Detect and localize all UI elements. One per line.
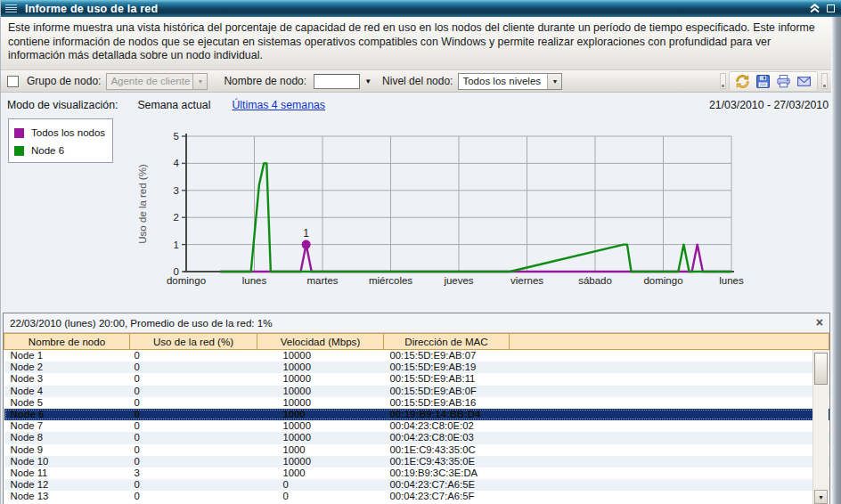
table-cell[interactable]: 0 (130, 456, 257, 467)
table-scrollbar[interactable]: ▼ (812, 350, 829, 504)
table-cell[interactable]: 00:15:5D:E9:AB:07 (384, 350, 510, 362)
table-cell[interactable]: Node 4 (4, 386, 130, 397)
table-cell[interactable]: 10000 (257, 373, 384, 385)
node-name-dropdown-icon[interactable]: ▼ (364, 77, 372, 85)
table-row[interactable]: Node 1001000000:1E:C9:43:35:0E (4, 456, 829, 467)
table-cell[interactable] (510, 432, 829, 443)
table-row[interactable]: Node 501000000:15:5D:E9:AB:16 (4, 397, 829, 409)
node-level-select[interactable]: Todos los niveles ▼ (458, 73, 562, 90)
print-icon[interactable] (776, 74, 791, 89)
table-cell[interactable]: 00:04:23:C8:0E:03 (384, 432, 510, 443)
table-cell[interactable] (510, 444, 829, 456)
toolbar-grip[interactable] (720, 73, 726, 89)
table-row[interactable]: Node 113100000:19:B9:3C:3E:DA (4, 467, 829, 479)
table-cell[interactable]: 10000 (257, 432, 384, 443)
table-cell[interactable]: 1000 (257, 467, 384, 479)
table-cell[interactable]: 0 (130, 432, 257, 443)
table-cell[interactable] (510, 420, 829, 432)
table-cell[interactable]: Node 12 (4, 479, 130, 491)
table-cell[interactable]: 1000 (257, 444, 384, 456)
table-cell[interactable]: 10000 (257, 386, 384, 397)
scroll-down-icon[interactable]: ▼ (814, 490, 828, 504)
node-name-input[interactable] (314, 74, 360, 89)
table-cell[interactable] (510, 479, 829, 491)
table-cell[interactable]: 0 (130, 397, 257, 409)
col-mac[interactable]: Dirección de MAC (384, 334, 510, 350)
table-cell[interactable]: 10000 (257, 420, 384, 432)
table-row[interactable]: Node 101000000:15:5D:E9:AB:07 (4, 350, 829, 362)
save-icon[interactable] (755, 74, 771, 89)
table-cell[interactable]: Node 11 (4, 467, 130, 479)
table-row[interactable]: Node 201000000:15:5D:E9:AB:19 (4, 362, 829, 373)
col-node-name[interactable]: Nombre de nodo (4, 334, 130, 350)
table-cell[interactable]: 00:19:B9:3C:3E:DA (384, 467, 510, 479)
table-cell[interactable] (510, 467, 829, 479)
table-cell[interactable]: 0 (130, 373, 257, 385)
table-cell[interactable]: 00:15:5D:E9:AB:19 (384, 362, 510, 373)
table-cell[interactable]: 10000 (257, 350, 384, 362)
table-cell[interactable] (510, 491, 829, 502)
table-cell[interactable] (510, 397, 829, 409)
email-icon[interactable] (796, 74, 812, 89)
table-row[interactable]: Node 301000000:15:5D:E9:AB:11 (4, 373, 829, 385)
maximize-icon[interactable] (827, 4, 835, 12)
table-cell[interactable]: 0 (130, 444, 257, 456)
table-cell[interactable]: 00:15:5D:E9:AB:11 (384, 373, 510, 385)
table-row[interactable]: Node 60100000:19:B9:14:BB:D4 (4, 409, 829, 420)
table-row[interactable]: Node 120000:04:23:C7:A6:5E (4, 479, 829, 491)
table-row[interactable]: Node 90100000:1E:C9:43:35:0C (4, 444, 829, 456)
table-cell[interactable]: 3 (130, 467, 257, 479)
table-cell[interactable]: 0 (130, 350, 257, 362)
table-cell[interactable]: 1000 (257, 409, 384, 420)
table-cell[interactable]: 10000 (257, 397, 384, 409)
table-cell[interactable]: 00:19:B9:14:BB:D4 (384, 409, 510, 420)
selected-point-marker[interactable] (302, 240, 311, 249)
table-scrollbar-thumb[interactable] (814, 353, 828, 385)
table-cell[interactable] (510, 456, 829, 467)
toolbar-grip[interactable] (821, 73, 828, 89)
col-speed[interactable]: Velocidad (Mbps) (257, 334, 384, 350)
table-cell[interactable]: 00:1E:C9:43:35:0C (384, 444, 510, 456)
table-cell[interactable]: 00:04:23:C8:0E:02 (384, 420, 510, 432)
table-cell[interactable]: 0 (257, 491, 384, 502)
close-icon[interactable]: × (816, 315, 823, 330)
table-cell[interactable]: 10000 (257, 362, 384, 373)
table-row[interactable]: Node 801000000:04:23:C8:0E:03 (4, 432, 829, 443)
table-cell[interactable]: Node 5 (4, 397, 130, 409)
table-cell[interactable]: 00:1E:C9:43:35:0E (384, 456, 510, 467)
table-cell[interactable]: Node 8 (4, 432, 130, 443)
table-cell[interactable]: 00:04:23:C7:A6:5F (384, 491, 510, 502)
table-cell[interactable] (510, 362, 829, 373)
table-row[interactable]: Node 130000:04:23:C7:A6:5F (4, 491, 829, 502)
table-cell[interactable]: Node 7 (4, 420, 130, 432)
table-cell[interactable]: Node 3 (4, 373, 130, 385)
table-cell[interactable]: 0 (130, 386, 257, 397)
table-cell[interactable]: 00:15:5D:E9:AB:0F (384, 386, 510, 397)
table-cell[interactable] (510, 386, 829, 397)
table-cell[interactable]: Node 1 (4, 350, 130, 362)
collapse-panel-icon[interactable] (809, 4, 821, 13)
table-cell[interactable]: 00:15:5D:E9:AB:16 (384, 397, 510, 409)
last-4-weeks-link[interactable]: Últimas 4 semanas (232, 99, 325, 111)
table-cell[interactable]: 0 (130, 479, 257, 491)
table-cell[interactable]: 0 (130, 409, 257, 420)
node-group-checkbox[interactable] (7, 76, 19, 87)
table-row[interactable]: Node 401000000:15:5D:E9:AB:0F (4, 386, 829, 397)
table-cell[interactable] (510, 409, 829, 420)
table-cell[interactable]: 00:04:23:C7:A6:5E (384, 479, 510, 491)
col-usage[interactable]: Uso de la red (%) (130, 334, 257, 350)
table-cell[interactable] (510, 350, 829, 362)
table-cell[interactable]: Node 6 (4, 409, 130, 420)
node-group-select[interactable]: Agente de cliente ▼ (106, 73, 208, 90)
table-cell[interactable]: Node 13 (4, 491, 130, 502)
table-cell[interactable]: 10000 (257, 456, 384, 467)
table-cell[interactable]: 0 (130, 362, 257, 373)
table-row[interactable]: Node 701000000:04:23:C8:0E:02 (4, 420, 829, 432)
table-cell[interactable]: Node 2 (4, 362, 130, 373)
table-cell[interactable]: Node 9 (4, 444, 130, 456)
table-cell[interactable]: 0 (130, 420, 257, 432)
refresh-icon[interactable] (735, 74, 750, 89)
table-cell[interactable] (510, 373, 829, 385)
table-cell[interactable]: 0 (130, 491, 257, 502)
table-cell[interactable]: Node 10 (4, 456, 130, 467)
